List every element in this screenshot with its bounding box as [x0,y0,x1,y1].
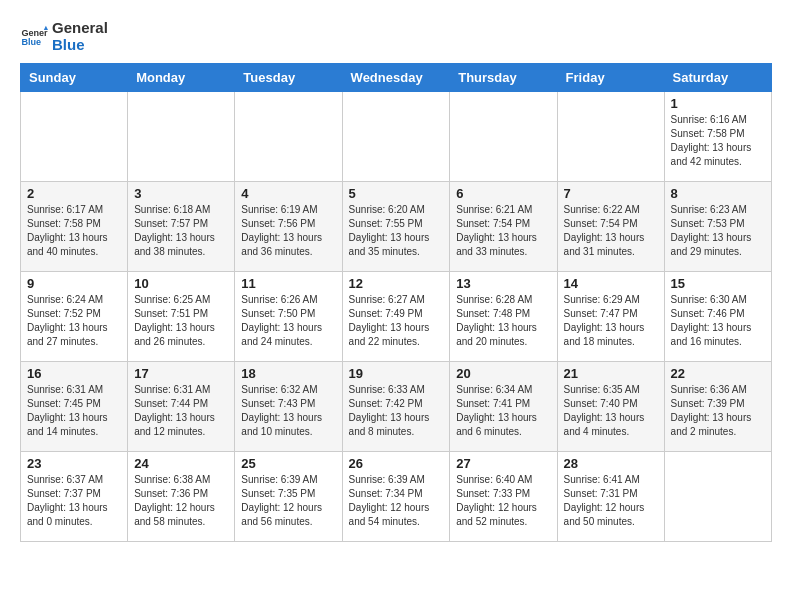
calendar-day-cell: 8Sunrise: 6:23 AM Sunset: 7:53 PM Daylig… [664,182,771,272]
calendar-day-cell: 17Sunrise: 6:31 AM Sunset: 7:44 PM Dayli… [128,362,235,452]
calendar-day-cell: 28Sunrise: 6:41 AM Sunset: 7:31 PM Dayli… [557,452,664,542]
calendar-week-row: 2Sunrise: 6:17 AM Sunset: 7:58 PM Daylig… [21,182,772,272]
day-number: 24 [134,456,228,471]
calendar-day-cell [128,92,235,182]
calendar-day-cell: 19Sunrise: 6:33 AM Sunset: 7:42 PM Dayli… [342,362,450,452]
calendar-week-row: 16Sunrise: 6:31 AM Sunset: 7:45 PM Dayli… [21,362,772,452]
day-info: Sunrise: 6:36 AM Sunset: 7:39 PM Dayligh… [671,383,765,439]
calendar-day-cell: 26Sunrise: 6:39 AM Sunset: 7:34 PM Dayli… [342,452,450,542]
calendar-day-cell: 11Sunrise: 6:26 AM Sunset: 7:50 PM Dayli… [235,272,342,362]
calendar-body: 1Sunrise: 6:16 AM Sunset: 7:58 PM Daylig… [21,92,772,542]
calendar-day-cell [21,92,128,182]
calendar-day-cell: 14Sunrise: 6:29 AM Sunset: 7:47 PM Dayli… [557,272,664,362]
day-info: Sunrise: 6:27 AM Sunset: 7:49 PM Dayligh… [349,293,444,349]
weekday-header-cell: Monday [128,64,235,92]
calendar-day-cell: 25Sunrise: 6:39 AM Sunset: 7:35 PM Dayli… [235,452,342,542]
day-info: Sunrise: 6:39 AM Sunset: 7:34 PM Dayligh… [349,473,444,529]
day-number: 6 [456,186,550,201]
calendar-day-cell: 15Sunrise: 6:30 AM Sunset: 7:46 PM Dayli… [664,272,771,362]
calendar-day-cell [235,92,342,182]
calendar-day-cell: 24Sunrise: 6:38 AM Sunset: 7:36 PM Dayli… [128,452,235,542]
calendar-week-row: 1Sunrise: 6:16 AM Sunset: 7:58 PM Daylig… [21,92,772,182]
day-number: 23 [27,456,121,471]
day-number: 1 [671,96,765,111]
day-number: 4 [241,186,335,201]
day-info: Sunrise: 6:29 AM Sunset: 7:47 PM Dayligh… [564,293,658,349]
calendar-day-cell [664,452,771,542]
day-number: 20 [456,366,550,381]
calendar-day-cell: 21Sunrise: 6:35 AM Sunset: 7:40 PM Dayli… [557,362,664,452]
day-info: Sunrise: 6:26 AM Sunset: 7:50 PM Dayligh… [241,293,335,349]
svg-text:Blue: Blue [21,37,41,47]
day-info: Sunrise: 6:18 AM Sunset: 7:57 PM Dayligh… [134,203,228,259]
day-info: Sunrise: 6:31 AM Sunset: 7:45 PM Dayligh… [27,383,121,439]
calendar-week-row: 23Sunrise: 6:37 AM Sunset: 7:37 PM Dayli… [21,452,772,542]
calendar-day-cell: 6Sunrise: 6:21 AM Sunset: 7:54 PM Daylig… [450,182,557,272]
logo-icon: General Blue [20,23,48,51]
day-info: Sunrise: 6:35 AM Sunset: 7:40 PM Dayligh… [564,383,658,439]
calendar-day-cell [450,92,557,182]
weekday-header-cell: Tuesday [235,64,342,92]
day-info: Sunrise: 6:24 AM Sunset: 7:52 PM Dayligh… [27,293,121,349]
day-info: Sunrise: 6:39 AM Sunset: 7:35 PM Dayligh… [241,473,335,529]
day-info: Sunrise: 6:34 AM Sunset: 7:41 PM Dayligh… [456,383,550,439]
day-number: 28 [564,456,658,471]
page-header: General Blue General Blue [20,20,772,53]
calendar-day-cell [342,92,450,182]
calendar-day-cell: 7Sunrise: 6:22 AM Sunset: 7:54 PM Daylig… [557,182,664,272]
weekday-header-cell: Friday [557,64,664,92]
weekday-header-cell: Sunday [21,64,128,92]
day-number: 14 [564,276,658,291]
day-number: 26 [349,456,444,471]
day-number: 17 [134,366,228,381]
calendar-day-cell: 10Sunrise: 6:25 AM Sunset: 7:51 PM Dayli… [128,272,235,362]
day-number: 15 [671,276,765,291]
weekday-header-cell: Thursday [450,64,557,92]
calendar-day-cell: 13Sunrise: 6:28 AM Sunset: 7:48 PM Dayli… [450,272,557,362]
day-info: Sunrise: 6:37 AM Sunset: 7:37 PM Dayligh… [27,473,121,529]
calendar-day-cell [557,92,664,182]
day-number: 11 [241,276,335,291]
day-info: Sunrise: 6:20 AM Sunset: 7:55 PM Dayligh… [349,203,444,259]
day-info: Sunrise: 6:23 AM Sunset: 7:53 PM Dayligh… [671,203,765,259]
day-info: Sunrise: 6:16 AM Sunset: 7:58 PM Dayligh… [671,113,765,169]
calendar-day-cell: 23Sunrise: 6:37 AM Sunset: 7:37 PM Dayli… [21,452,128,542]
day-info: Sunrise: 6:21 AM Sunset: 7:54 PM Dayligh… [456,203,550,259]
calendar-day-cell: 5Sunrise: 6:20 AM Sunset: 7:55 PM Daylig… [342,182,450,272]
day-number: 19 [349,366,444,381]
day-number: 18 [241,366,335,381]
day-info: Sunrise: 6:22 AM Sunset: 7:54 PM Dayligh… [564,203,658,259]
day-number: 22 [671,366,765,381]
calendar-day-cell: 9Sunrise: 6:24 AM Sunset: 7:52 PM Daylig… [21,272,128,362]
calendar-day-cell: 12Sunrise: 6:27 AM Sunset: 7:49 PM Dayli… [342,272,450,362]
calendar-day-cell: 4Sunrise: 6:19 AM Sunset: 7:56 PM Daylig… [235,182,342,272]
calendar-week-row: 9Sunrise: 6:24 AM Sunset: 7:52 PM Daylig… [21,272,772,362]
day-number: 5 [349,186,444,201]
calendar-day-cell: 2Sunrise: 6:17 AM Sunset: 7:58 PM Daylig… [21,182,128,272]
day-info: Sunrise: 6:32 AM Sunset: 7:43 PM Dayligh… [241,383,335,439]
day-info: Sunrise: 6:31 AM Sunset: 7:44 PM Dayligh… [134,383,228,439]
day-info: Sunrise: 6:38 AM Sunset: 7:36 PM Dayligh… [134,473,228,529]
day-info: Sunrise: 6:40 AM Sunset: 7:33 PM Dayligh… [456,473,550,529]
day-number: 9 [27,276,121,291]
day-info: Sunrise: 6:19 AM Sunset: 7:56 PM Dayligh… [241,203,335,259]
calendar-day-cell: 16Sunrise: 6:31 AM Sunset: 7:45 PM Dayli… [21,362,128,452]
day-number: 21 [564,366,658,381]
calendar-day-cell: 20Sunrise: 6:34 AM Sunset: 7:41 PM Dayli… [450,362,557,452]
calendar-day-cell: 1Sunrise: 6:16 AM Sunset: 7:58 PM Daylig… [664,92,771,182]
calendar-table: SundayMondayTuesdayWednesdayThursdayFrid… [20,63,772,542]
day-number: 7 [564,186,658,201]
day-number: 27 [456,456,550,471]
day-info: Sunrise: 6:30 AM Sunset: 7:46 PM Dayligh… [671,293,765,349]
day-number: 25 [241,456,335,471]
day-number: 12 [349,276,444,291]
day-number: 13 [456,276,550,291]
day-info: Sunrise: 6:28 AM Sunset: 7:48 PM Dayligh… [456,293,550,349]
day-number: 3 [134,186,228,201]
day-info: Sunrise: 6:17 AM Sunset: 7:58 PM Dayligh… [27,203,121,259]
calendar-day-cell: 22Sunrise: 6:36 AM Sunset: 7:39 PM Dayli… [664,362,771,452]
day-number: 16 [27,366,121,381]
day-info: Sunrise: 6:41 AM Sunset: 7:31 PM Dayligh… [564,473,658,529]
day-number: 8 [671,186,765,201]
day-number: 2 [27,186,121,201]
